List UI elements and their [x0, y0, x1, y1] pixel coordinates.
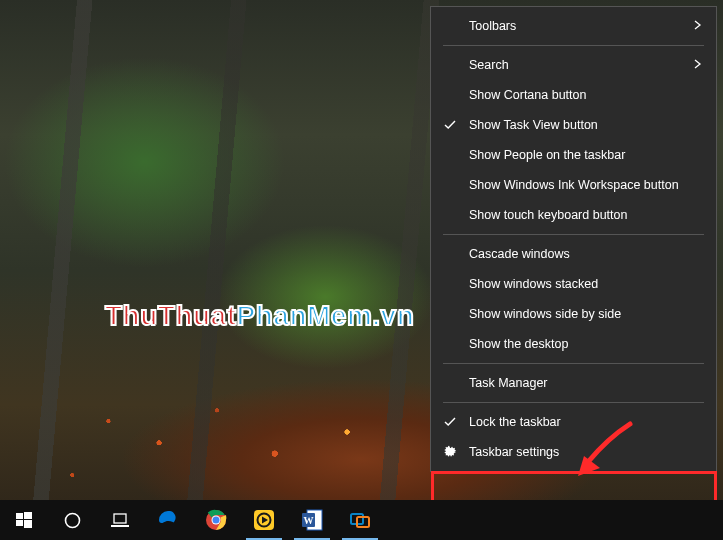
menu-item-show-touch-keyboard[interactable]: Show touch keyboard button — [431, 200, 716, 230]
svg-rect-3 — [24, 520, 32, 528]
windows-logo-icon — [16, 512, 32, 528]
taskbar-app-potplayer[interactable] — [240, 500, 288, 540]
menu-item-label: Cascade windows — [469, 247, 570, 261]
menu-item-search[interactable]: Search — [431, 50, 716, 80]
menu-item-show-desktop[interactable]: Show the desktop — [431, 329, 716, 359]
menu-item-show-people[interactable]: Show People on the taskbar — [431, 140, 716, 170]
edge-icon — [157, 509, 179, 531]
taskbar-app-edge[interactable] — [144, 500, 192, 540]
svg-point-9 — [213, 517, 220, 524]
menu-item-lock-taskbar[interactable]: Lock the taskbar — [431, 407, 716, 437]
taskbar-app-vmware[interactable] — [336, 500, 384, 540]
watermark-part2: PhanMem.vn — [237, 300, 415, 331]
menu-separator — [443, 234, 704, 235]
menu-item-label: Taskbar settings — [469, 445, 559, 459]
svg-text:W: W — [304, 515, 314, 526]
svg-point-4 — [65, 513, 79, 527]
taskbar-app-chrome[interactable] — [192, 500, 240, 540]
menu-item-label: Show Windows Ink Workspace button — [469, 178, 679, 192]
menu-item-label: Show windows side by side — [469, 307, 621, 321]
menu-item-label: Task Manager — [469, 376, 548, 390]
chevron-right-icon — [694, 19, 702, 33]
taskbar-context-menu: Toolbars Search Show Cortana button Show… — [430, 6, 717, 472]
chevron-right-icon — [694, 58, 702, 72]
svg-rect-1 — [24, 512, 32, 519]
menu-item-label: Show People on the taskbar — [469, 148, 625, 162]
start-button[interactable] — [0, 500, 48, 540]
cortana-button[interactable] — [48, 500, 96, 540]
check-icon — [443, 118, 457, 132]
menu-item-cascade-windows[interactable]: Cascade windows — [431, 239, 716, 269]
taskbar-app-word[interactable]: W — [288, 500, 336, 540]
check-icon — [443, 415, 457, 429]
menu-item-label: Show windows stacked — [469, 277, 598, 291]
task-view-button[interactable] — [96, 500, 144, 540]
menu-item-label: Lock the taskbar — [469, 415, 561, 429]
svg-rect-6 — [111, 525, 129, 527]
menu-separator — [443, 402, 704, 403]
menu-item-task-manager[interactable]: Task Manager — [431, 368, 716, 398]
menu-item-label: Search — [469, 58, 509, 72]
menu-item-show-ink-workspace[interactable]: Show Windows Ink Workspace button — [431, 170, 716, 200]
menu-item-label: Show Cortana button — [469, 88, 586, 102]
menu-item-label: Show touch keyboard button — [469, 208, 627, 222]
svg-rect-0 — [16, 513, 23, 519]
menu-item-show-cortana[interactable]: Show Cortana button — [431, 80, 716, 110]
svg-rect-5 — [114, 514, 126, 523]
menu-separator — [443, 363, 704, 364]
word-icon: W — [301, 509, 323, 531]
svg-rect-2 — [16, 520, 23, 526]
cortana-icon — [64, 512, 81, 529]
menu-item-show-stacked[interactable]: Show windows stacked — [431, 269, 716, 299]
menu-item-show-side-by-side[interactable]: Show windows side by side — [431, 299, 716, 329]
taskbar: W — [0, 500, 723, 540]
menu-item-toolbars[interactable]: Toolbars — [431, 11, 716, 41]
gear-icon — [443, 445, 457, 459]
watermark: ThuThuatPhanMem.vn — [105, 300, 414, 332]
potplayer-icon — [253, 509, 275, 531]
vmware-icon — [349, 509, 371, 531]
menu-separator — [443, 45, 704, 46]
watermark-part1: ThuThuat — [105, 300, 237, 331]
chrome-icon — [205, 509, 227, 531]
menu-item-show-task-view[interactable]: Show Task View button — [431, 110, 716, 140]
task-view-icon — [111, 513, 129, 527]
menu-item-label: Show the desktop — [469, 337, 568, 351]
menu-item-label: Show Task View button — [469, 118, 598, 132]
menu-item-label: Toolbars — [469, 19, 516, 33]
menu-item-taskbar-settings[interactable]: Taskbar settings — [431, 437, 716, 467]
